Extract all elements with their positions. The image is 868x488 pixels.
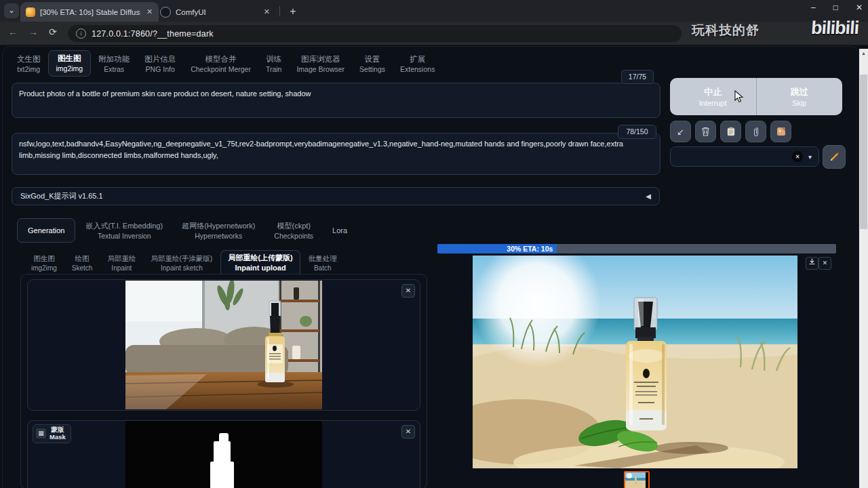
generation-tab-bar: Generation 嵌入式(T.I. Embedding)Textual In… (17, 218, 356, 243)
bilibili-logo: bilibili (810, 18, 859, 39)
tab-extensions[interactable]: 扩展Extensions (393, 52, 442, 77)
mouse-cursor-icon (732, 90, 743, 104)
browser-tab-comfyui[interactable]: ComfyUI ✕ (155, 2, 286, 22)
interrupt-skip-group: 中止 Interrupt 跳过 Skip (670, 78, 842, 115)
comfyui-favicon-icon (160, 7, 171, 18)
mode-tab-inpaint-sketch[interactable]: 局部重绘(手涂蒙版)Inpaint sketch (144, 252, 219, 275)
tab-image-browser[interactable]: 图库浏览器Image Browser (289, 52, 352, 77)
save-style-button[interactable] (745, 121, 766, 142)
tab-extras[interactable]: 附加功能Extras (91, 52, 137, 77)
scrollbar-thumb[interactable] (860, 75, 867, 229)
mode-tab-img2img[interactable]: 图生图img2img (24, 252, 64, 275)
download-image-button[interactable] (806, 257, 818, 270)
mask-label-chip: ▦ 蒙版Mask (33, 424, 71, 443)
address-bar[interactable]: i 127.0.0.1:7860/?__theme=dark (68, 25, 682, 42)
back-icon[interactable]: ← (8, 26, 18, 37)
tab-lora[interactable]: Lora (323, 224, 356, 237)
mask-image-icon: ▦ (36, 428, 46, 439)
pencil-icon (829, 152, 840, 162)
tab-title: [30% ETA: 10s] Stable Diffusi (40, 8, 140, 16)
tab-png-info[interactable]: 图片信息PNG Info (137, 52, 183, 77)
mode-tab-batch[interactable]: 批量处理Batch (302, 252, 344, 275)
tab-checkpoint-merger[interactable]: 模型合并Checkpoint Merger (183, 52, 258, 77)
browser-tabstrip: ⌄ [30% ETA: 10s] Stable Diffusi ✕ ComfyU… (0, 0, 868, 22)
close-image-button[interactable]: ✕ (818, 257, 831, 270)
img2img-mode-tab-bar: 图生图img2img 绘图Sketch 局部重绘Inpaint 局部重绘(手涂蒙… (24, 250, 344, 275)
clear-styles-icon[interactable]: ✕ (792, 151, 803, 162)
paste-generation-params-button[interactable]: ↙ (670, 121, 691, 142)
edit-styles-button[interactable] (823, 145, 846, 169)
page-scrollbar[interactable]: ▲ (859, 49, 868, 488)
tab-divider (279, 6, 280, 16)
styles-dropdown[interactable]: ✕ ▾ (670, 146, 819, 167)
tab-generation[interactable]: Generation (17, 218, 75, 243)
mode-tab-inpaint-upload[interactable]: 局部重绘(上传蒙版)Inpaint upload (220, 250, 300, 275)
new-tab-button[interactable]: + (285, 4, 301, 19)
tab-checkpoints[interactable]: 模型(ckpt)Checkpoints (265, 219, 322, 242)
paste-arrow-icon: ↙ (677, 127, 684, 137)
close-tab-icon[interactable]: ✕ (264, 7, 270, 16)
sixgod-accordion[interactable]: SixGod_K提示词 v1.65.1 ◀ (12, 187, 660, 205)
thumbnail-image (625, 472, 646, 488)
close-window-button[interactable]: ✕ (856, 3, 863, 12)
gallery-thumbnail[interactable] (624, 471, 650, 488)
scrollbar-up-icon[interactable]: ▲ (859, 49, 868, 58)
paperclip-icon (753, 127, 759, 137)
chevron-down-icon: ⌄ (8, 5, 15, 15)
tab-search-button[interactable]: ⌄ (4, 3, 19, 18)
prompt-input[interactable]: Product photo of a bottle of premium ski… (12, 83, 660, 118)
maximize-button[interactable]: □ (833, 3, 838, 12)
extra-networks-button[interactable] (770, 121, 791, 142)
skip-button[interactable]: 跳过 Skip (757, 78, 843, 115)
prompt-tool-buttons: ↙ (670, 121, 791, 142)
browser-tab-stable-diffusion[interactable]: [30% ETA: 10s] Stable Diffusi ✕ (20, 2, 159, 22)
forward-icon[interactable]: → (28, 26, 38, 37)
prompt-token-counter: 17/75 (621, 70, 654, 84)
watermark-text: 玩科技的舒 (692, 22, 760, 39)
negative-token-counter: 78/150 (618, 125, 656, 139)
extra-networks-card-icon (776, 127, 786, 136)
tab-textual-inversion[interactable]: 嵌入式(T.I. Embedding)Textual Inversion (77, 219, 172, 242)
mask-label-zh: 蒙版 (51, 426, 64, 433)
remove-mask-button[interactable]: ✕ (401, 425, 415, 439)
clipboard-icon (727, 127, 735, 136)
tab-train[interactable]: 训练Train (258, 52, 290, 77)
dropdown-caret-icon: ▾ (808, 153, 812, 161)
collapse-arrow-icon: ◀ (646, 192, 651, 200)
mask-label-en: Mask (50, 433, 66, 441)
source-image-dropzone[interactable]: ✕ (27, 279, 420, 411)
progress-fill: 30% ETA: 10s (437, 244, 557, 253)
main-tab-bar: 文生图txt2img 图生图img2img 附加功能Extras 图片信息PNG… (9, 50, 442, 77)
clear-prompt-button[interactable] (695, 121, 716, 142)
remove-image-button[interactable]: ✕ (401, 284, 415, 298)
apply-styles-button[interactable] (720, 121, 741, 142)
close-tab-icon[interactable]: ✕ (146, 7, 153, 16)
sixgod-label: SixGod_K提示词 v1.65.1 (20, 191, 103, 201)
trash-icon (701, 127, 710, 136)
mask-image-dropzone[interactable]: ▦ 蒙版Mask ✕ (27, 420, 420, 488)
source-image[interactable] (125, 281, 322, 409)
negative-prompt-input[interactable]: nsfw,logo,text,badhandv4,EasyNegative,ng… (12, 133, 660, 175)
tab-settings[interactable]: 设置Settings (352, 52, 393, 77)
url-text: 127.0.0.1:7860/?__theme=dark (92, 29, 214, 39)
refresh-icon[interactable]: ⟳ (49, 26, 57, 37)
download-icon (809, 258, 815, 265)
progress-bar: 30% ETA: 10s (437, 244, 836, 253)
mask-image[interactable] (125, 421, 322, 488)
info-icon[interactable]: i (76, 28, 86, 39)
stable-diffusion-favicon-icon (26, 7, 35, 17)
tab-title: ComfyUI (176, 8, 206, 16)
tab-txt2img[interactable]: 文生图txt2img (9, 52, 48, 77)
tab-img2img[interactable]: 图生图img2img (48, 50, 92, 77)
minimize-button[interactable]: – (811, 3, 816, 12)
mode-tab-sketch[interactable]: 绘图Sketch (65, 252, 100, 275)
tab-hypernetworks[interactable]: 超网络(Hypernetwork)Hypernetworks (173, 219, 264, 242)
mode-tab-inpaint[interactable]: 局部重绘Inpaint (100, 252, 142, 275)
generated-image[interactable] (473, 256, 797, 468)
